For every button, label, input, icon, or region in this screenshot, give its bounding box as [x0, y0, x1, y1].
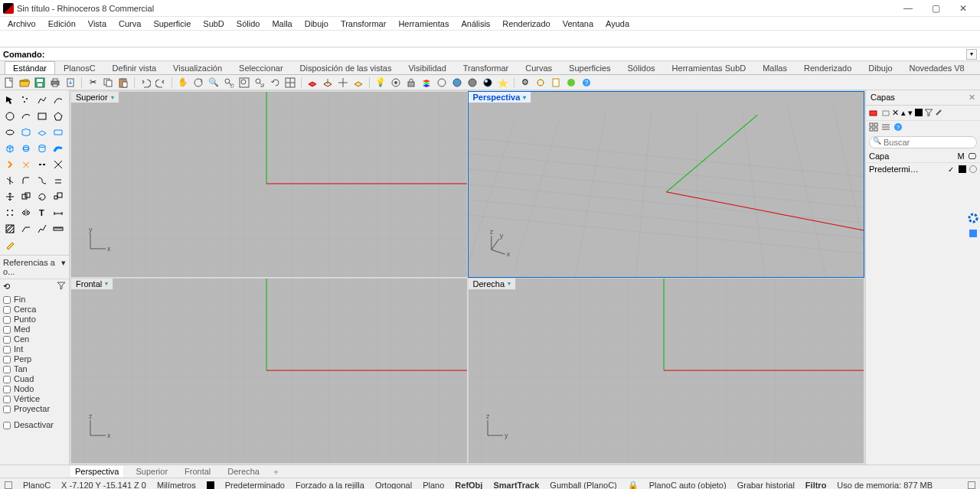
status-grid-snap[interactable]: Forzado a la rejilla	[296, 481, 364, 489]
osnap-proyectar[interactable]: Proyectar	[3, 404, 66, 414]
cylinder-tool-icon[interactable]	[34, 141, 50, 156]
arc-tool-icon[interactable]	[18, 109, 34, 124]
menu-malla[interactable]: Malla	[266, 18, 298, 29]
tab-mallas[interactable]: Mallas	[754, 61, 795, 74]
menu-herramientas[interactable]: Herramientas	[392, 18, 455, 29]
osnap-desactivar[interactable]: Desactivar	[3, 420, 66, 430]
measure-tool-icon[interactable]	[51, 221, 66, 236]
tab-solidos[interactable]: Sólidos	[619, 61, 664, 74]
loft-tool-icon[interactable]	[51, 125, 66, 140]
array-tool-icon[interactable]	[2, 205, 18, 220]
filter-icon[interactable]	[925, 109, 933, 118]
lock-icon[interactable]	[405, 77, 417, 89]
tab-disposicion[interactable]: Disposición de las vistas	[292, 61, 400, 74]
zoom-icon[interactable]: 🔍	[207, 77, 220, 89]
layer-material-icon[interactable]	[969, 165, 977, 173]
menu-solido[interactable]: Sólido	[230, 18, 266, 29]
tab-planosc[interactable]: PlanosC	[55, 61, 104, 74]
status-record-history[interactable]: Grabar historial	[737, 481, 795, 489]
plane-tool-icon[interactable]	[34, 125, 50, 140]
osnap-cen[interactable]: Cen	[3, 334, 66, 344]
status-ortho[interactable]: Ortogonal	[375, 481, 412, 489]
curve-tool-icon[interactable]	[51, 93, 66, 108]
offset-tool-icon[interactable]	[51, 173, 66, 188]
tab-dibujo[interactable]: Dibujo	[860, 61, 900, 74]
rendered-preview-icon[interactable]	[482, 77, 494, 89]
add-viewport-tab-icon[interactable]: ＋	[272, 466, 280, 478]
copy-icon[interactable]	[102, 77, 114, 89]
dim-tool-icon[interactable]	[51, 205, 66, 220]
cplane-icon[interactable]	[337, 77, 349, 89]
menu-ayuda[interactable]: Ayuda	[599, 18, 635, 29]
blend-tool-icon[interactable]	[34, 173, 50, 188]
status-smarttrack[interactable]: SmartTrack	[493, 481, 539, 489]
status-refobj[interactable]: RefObj	[455, 481, 482, 489]
panel-menu-icon[interactable]: ▾	[61, 258, 66, 276]
explode-tool-icon[interactable]	[18, 157, 34, 172]
command-history[interactable]	[0, 31, 980, 47]
tab-transformar[interactable]: Transformar	[455, 61, 518, 74]
raytrace-icon[interactable]	[497, 77, 509, 89]
new-sublayer-icon[interactable]	[880, 108, 890, 119]
rectangle-tool-icon[interactable]	[34, 109, 50, 124]
status-gumball[interactable]: Gumball (PlanoC)	[550, 481, 616, 489]
move-up-icon[interactable]: ▴	[901, 109, 906, 117]
brush-tool-icon[interactable]	[2, 237, 18, 253]
rotate-tool-icon[interactable]	[34, 189, 50, 204]
menu-transformar[interactable]: Transformar	[335, 18, 393, 29]
list-view-icon[interactable]	[881, 122, 890, 133]
show-cplane-icon[interactable]	[352, 77, 364, 89]
tab-seleccionar[interactable]: Seleccionar	[230, 61, 291, 74]
surface-tool-icon[interactable]	[18, 125, 34, 140]
status-layer[interactable]: Predeterminado	[225, 481, 285, 489]
viewport-front[interactable]: x z Frontal▾	[71, 279, 467, 464]
polyline-tool-icon[interactable]	[34, 93, 50, 108]
tab-superficies[interactable]: Superficies	[560, 61, 619, 74]
shaded-icon[interactable]	[466, 77, 479, 89]
osnap-filter-icon[interactable]	[57, 281, 66, 292]
options2-icon[interactable]	[534, 77, 547, 89]
viewport-top-title[interactable]: Superior▾	[71, 92, 119, 103]
status-planar[interactable]: Plano	[423, 481, 444, 489]
pipe-tool-icon[interactable]	[51, 141, 66, 156]
panel-close-icon[interactable]: ✕	[969, 93, 975, 103]
tab-novedades[interactable]: Novedades V8	[901, 61, 973, 74]
chevron-down-icon[interactable]: ▾	[523, 94, 526, 101]
4-views-icon[interactable]	[284, 77, 296, 89]
paste-icon[interactable]	[117, 77, 129, 89]
polygon-tool-icon[interactable]	[51, 109, 66, 124]
viewport-right-title[interactable]: Derecha▾	[469, 279, 517, 290]
hint-icon[interactable]: 💡	[374, 77, 387, 89]
cut-icon[interactable]: ✂	[87, 77, 99, 89]
doc-properties-icon[interactable]	[550, 77, 562, 89]
vp-tab-perspectiva[interactable]: Perspectiva	[70, 466, 123, 477]
grid-view-icon[interactable]	[869, 122, 878, 133]
status-indicator1[interactable]	[5, 481, 12, 489]
open-file-icon[interactable]	[18, 77, 31, 89]
viewport-top[interactable]: x y Superior▾	[71, 92, 467, 277]
tab-definir-vista[interactable]: Definir vista	[104, 61, 165, 74]
ellipse-tool-icon[interactable]	[2, 125, 18, 140]
new-file-icon[interactable]	[3, 77, 15, 89]
set-cplane-icon[interactable]	[322, 77, 334, 89]
osnap-cerca[interactable]: Cerca	[3, 305, 66, 315]
layers-icon[interactable]	[420, 77, 433, 89]
help-icon[interactable]: ?	[580, 77, 593, 89]
vp-tab-frontal[interactable]: Frontal	[180, 466, 215, 477]
lock-icon-status[interactable]: 🔒	[628, 481, 639, 490]
hatch-tool-icon[interactable]	[2, 221, 18, 236]
arrow-tool-icon[interactable]	[2, 93, 18, 108]
tools-icon[interactable]	[935, 109, 942, 118]
box-tool-icon[interactable]	[2, 141, 18, 156]
chevron-down-icon[interactable]: ▾	[111, 94, 114, 101]
properties-icon[interactable]	[436, 77, 448, 89]
status-filter[interactable]: Filtro	[805, 481, 827, 489]
vp-tab-derecha[interactable]: Derecha	[223, 466, 264, 477]
leader-tool-icon[interactable]	[18, 221, 34, 236]
analyze-tool-icon[interactable]	[34, 221, 50, 236]
command-dropdown-icon[interactable]: ▾	[966, 49, 977, 60]
zoom-selected-icon[interactable]	[253, 77, 266, 89]
tab-renderizado[interactable]: Renderizado	[795, 61, 860, 74]
delete-layer-icon[interactable]: ✕	[892, 109, 899, 117]
osnap-nodo[interactable]: Nodo	[3, 384, 66, 394]
